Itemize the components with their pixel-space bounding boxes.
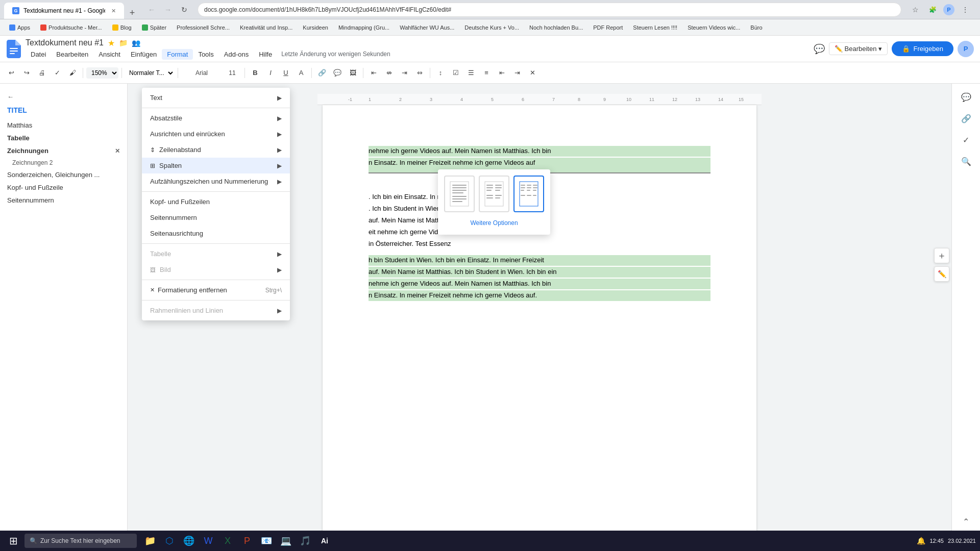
format-menu-ausrichten[interactable]: Ausrichten und einrücken ▶ — [142, 126, 290, 142]
taskbar-excel[interactable]: X — [218, 532, 237, 550]
bold-button[interactable]: B — [248, 66, 262, 80]
menu-tools[interactable]: Tools — [193, 49, 218, 60]
increase-indent-button[interactable]: ⇥ — [510, 66, 524, 80]
sidebar-item-kopffuss[interactable]: Kopf- und Fußzeile — [0, 181, 127, 194]
menu-bearbeiten[interactable]: Bearbeiten — [51, 49, 93, 60]
taskbar-file-explorer[interactable]: 📁 — [141, 532, 159, 550]
bookmark-hochladen[interactable]: Noch hochladen Bu... — [525, 23, 587, 32]
bookmark-apps[interactable]: Apps — [5, 23, 34, 32]
three-column-option[interactable] — [513, 176, 544, 212]
underline-button[interactable]: U — [279, 66, 293, 80]
bookmark-kursideen[interactable]: Kursideen — [299, 23, 332, 32]
doc-share-icon[interactable]: 👥 — [132, 39, 140, 47]
right-panel-comments[interactable]: 💬 — [957, 88, 975, 106]
decrease-indent-button[interactable]: ⇤ — [495, 66, 509, 80]
bookmark-star[interactable]: ☆ — [909, 3, 922, 16]
active-tab[interactable]: G Textdokument neu #1 - Google ... ✕ — [4, 3, 124, 19]
insert-comment-button[interactable]: 💬 — [330, 66, 345, 80]
taskbar-powerpoint[interactable]: P — [238, 532, 256, 550]
align-left-button[interactable]: ⇤ — [366, 66, 381, 80]
format-menu-text[interactable]: Text ▶ — [142, 90, 290, 106]
sidebar-item-zeichnungen[interactable]: Zeichnungen ✕ — [0, 144, 127, 157]
bulleted-list-button[interactable]: ☰ — [464, 66, 478, 80]
format-menu-seitennummern[interactable]: Seitennummern — [142, 210, 290, 226]
bookmark-spaeter[interactable]: Später — [138, 23, 170, 32]
back-button[interactable]: ← — [144, 3, 159, 17]
sidebar-item-matthias[interactable]: Matthias — [0, 119, 127, 132]
format-menu-kopf[interactable]: Kopf- und Fußzeilen — [142, 194, 290, 210]
right-panel-links[interactable]: 🔗 — [957, 109, 975, 128]
menu-addons[interactable]: Add-ons — [219, 49, 254, 60]
font-name-btn[interactable]: Arial — [181, 66, 222, 80]
bookmark-produktsuche[interactable]: Produktsuche - Mer... — [36, 23, 106, 32]
bookmark-professionell[interactable]: Professionell Schre... — [173, 23, 234, 32]
menu-einfuegen[interactable]: Einfügen — [126, 49, 162, 60]
zoom-selector[interactable]: 150% — [86, 67, 118, 79]
taskbar-notifications[interactable]: 🔔 — [917, 537, 925, 545]
taskbar-app-8[interactable]: 🎵 — [296, 532, 314, 550]
menu-ansicht[interactable]: Ansicht — [93, 49, 126, 60]
user-avatar[interactable]: P — [958, 41, 974, 57]
spell-check-button[interactable]: ✓ — [50, 66, 64, 80]
sidebar-item-zeichnungen2[interactable]: Zeichnungen 2 — [0, 157, 127, 168]
text-color-button[interactable]: A — [294, 66, 308, 80]
right-panel-explore[interactable]: 🔍 — [957, 152, 975, 170]
two-column-option[interactable] — [479, 176, 509, 212]
refresh-button[interactable]: ↻ — [177, 3, 191, 17]
format-menu-formatierung[interactable]: ✕ Formatierung entfernen Strg+\ — [142, 282, 290, 298]
align-center-button[interactable]: ⇎ — [382, 66, 396, 80]
right-panel-spell[interactable]: ✓ — [957, 131, 975, 149]
redo-button[interactable]: ↪ — [19, 66, 34, 80]
format-menu-spalten[interactable]: ⊞ Spalten ▶ — [142, 158, 290, 173]
tab-close-btn[interactable]: ✕ — [111, 8, 116, 14]
insert-link-button[interactable]: 🔗 — [315, 66, 329, 80]
font-size-btn[interactable]: 11 — [223, 66, 241, 80]
bookmark-kreativitaet[interactable]: Kreativität und Insp... — [236, 23, 297, 32]
start-button[interactable]: ⊞ — [4, 532, 22, 550]
menu-hilfe[interactable]: Hilfe — [254, 49, 277, 60]
close-zeichnungen-icon[interactable]: ✕ — [115, 147, 120, 155]
align-justify-button[interactable]: ⇔ — [412, 66, 427, 80]
more-menu-btn[interactable]: ⋮ — [959, 3, 972, 16]
taskbar-app-7[interactable]: 💻 — [277, 532, 295, 550]
paint-format-button[interactable]: 🖌 — [65, 66, 80, 80]
comments-icon[interactable]: 💬 — [814, 43, 825, 55]
sidebar-item-titel[interactable]: TITEL — [0, 104, 127, 117]
address-bar[interactable]: docs.google.com/document/d/1hUH8k6h7Lb8y… — [198, 3, 901, 17]
one-column-option[interactable] — [444, 176, 475, 212]
format-menu-aufzaehlung[interactable]: Aufzählungszeichen und Nummerierung ▶ — [142, 173, 290, 189]
favorite-star[interactable]: ★ — [108, 38, 115, 48]
taskbar-edge[interactable]: ⬡ — [160, 532, 179, 550]
bookmark-buero[interactable]: Büro — [746, 23, 766, 32]
extension-btn[interactable]: 🧩 — [926, 3, 939, 16]
taskbar-word[interactable]: W — [199, 532, 217, 550]
menu-datei[interactable]: Datei — [26, 49, 51, 60]
format-menu-zeilenabstand[interactable]: ⇕ Zeilenabstand ▶ — [142, 142, 290, 158]
doc-title[interactable]: Textdokument neu #1 — [26, 38, 104, 47]
profile-btn[interactable]: P — [943, 4, 954, 15]
clear-format-button[interactable]: ✕ — [525, 66, 540, 80]
sidebar-item-tabelle[interactable]: Tabelle — [0, 132, 127, 144]
checklist-button[interactable]: ☑ — [449, 66, 463, 80]
bookmark-pdf[interactable]: PDF Report — [589, 23, 627, 32]
bookmark-blog[interactable]: Blog — [108, 23, 136, 32]
new-tab-button[interactable]: + — [126, 7, 138, 19]
taskbar-ai-app[interactable]: Ai — [315, 532, 334, 550]
bookmark-steuern-lesen[interactable]: Steuern Lesen !!!! — [629, 23, 681, 32]
edit-float-button[interactable]: ✏️ — [934, 266, 949, 282]
bookmark-wahlfaecher[interactable]: Wahlfächer WU Aus... — [396, 23, 458, 32]
format-menu-absatzstile[interactable]: Absatzstile ▶ — [142, 110, 290, 126]
align-right-button[interactable]: ⇥ — [397, 66, 411, 80]
bookmark-deutsche[interactable]: Deutsche Kurs + Vo... — [460, 23, 523, 32]
line-spacing-button[interactable]: ↕ — [433, 66, 448, 80]
sidebar-item-sonderzeichen[interactable]: Sonderzeichen, Gleichungen ... — [0, 168, 127, 181]
taskbar-chrome[interactable]: 🌐 — [180, 532, 198, 550]
forward-button[interactable]: → — [161, 3, 175, 17]
format-menu-seitenausrichtung[interactable]: Seitenausrichtung — [142, 226, 290, 241]
bookmark-steuern-videos[interactable]: Steuern Videos wic... — [683, 23, 744, 32]
insert-image-button[interactable]: 🖼 — [346, 66, 360, 80]
paragraph-style-selector[interactable]: Normaler T... — [125, 67, 175, 79]
doc-folder-icon[interactable]: 📁 — [119, 39, 128, 47]
right-panel-expand[interactable]: ⌃ — [957, 512, 975, 531]
add-row-button[interactable]: ＋ — [934, 248, 949, 263]
